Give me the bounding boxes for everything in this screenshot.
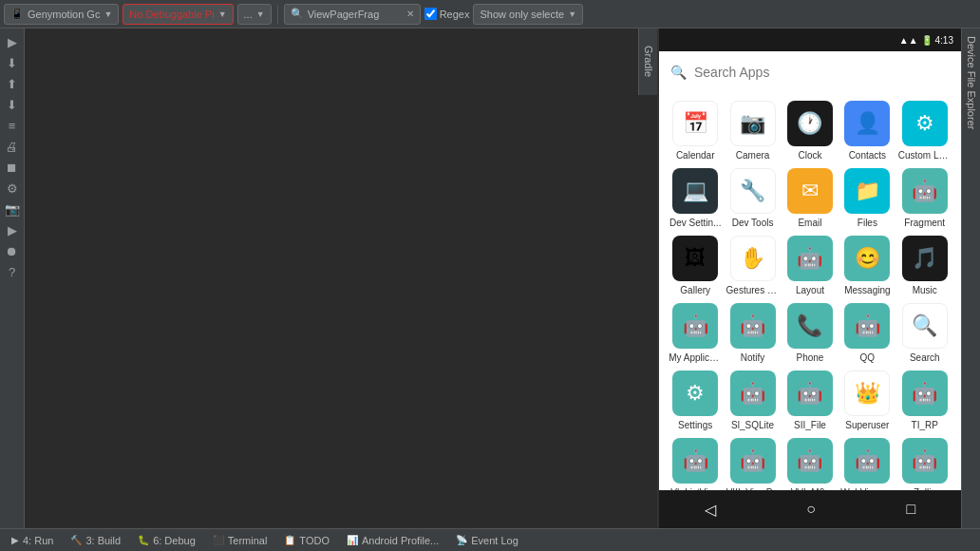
sidebar-icon-stop[interactable]: ⏹ — [3, 158, 22, 177]
search-field[interactable]: 🔍 ✕ — [284, 4, 421, 25]
app-icon: 🤖 — [672, 303, 718, 349]
sidebar-icon-print[interactable]: 🖨 — [3, 137, 22, 156]
regex-label: Regex — [440, 9, 470, 20]
sidebar-icon-list[interactable]: ≡ — [3, 116, 22, 135]
android-search-input[interactable] — [694, 65, 950, 80]
app-item[interactable]: 📞Phone — [783, 303, 837, 363]
app-item[interactable]: ⚙Custom Lo... — [898, 101, 952, 161]
app-item[interactable]: 🤖Layout — [783, 236, 837, 295]
app-icon: 🤖 — [730, 303, 776, 349]
android-nav-bar: ◁ ○ □ — [659, 490, 961, 528]
tab-icon: 🐛 — [138, 535, 149, 545]
app-icon: 🔍 — [902, 303, 948, 349]
bottom-tab[interactable]: ▶4: Run — [4, 531, 61, 550]
app-item[interactable]: 🤖Sl_SQLite — [726, 370, 780, 430]
app-item[interactable]: 🤖VIII_ViewP... — [726, 438, 780, 490]
app-item[interactable]: 🎵Music — [898, 236, 952, 295]
app-label: Camera — [726, 150, 780, 161]
status-icons: ▲▲ 🔋 4:13 — [899, 35, 953, 46]
regex-checkbox[interactable]: Regex — [424, 8, 470, 20]
android-search-bar[interactable]: 🔍 — [659, 51, 961, 93]
battery-icon: 🔋 — [921, 35, 933, 46]
app-item[interactable]: 🤖Zullis — [898, 438, 952, 490]
tab-label: 3: Build — [85, 535, 121, 546]
app-item[interactable]: 🤖Fragment — [898, 168, 952, 228]
app-item[interactable]: 🤖Notify — [726, 303, 780, 363]
sidebar-icon-down1[interactable]: ⬇ — [3, 53, 22, 72]
app-icon: ✉ — [787, 168, 833, 214]
more-dropdown[interactable]: ... ▼ — [237, 4, 272, 25]
bottom-tab[interactable]: 📊Android Profile... — [339, 531, 446, 550]
app-item[interactable]: 🤖WebView B... — [840, 438, 894, 490]
app-row: 🤖VI_ListView🤖VIII_ViewP...🤖VVI_M0s🤖WebVi… — [667, 438, 953, 490]
back-button[interactable]: ◁ — [697, 493, 724, 526]
close-icon[interactable]: ✕ — [406, 9, 414, 19]
sidebar-icon-settings[interactable]: ⚙ — [3, 179, 22, 198]
app-item[interactable]: ✉Email — [783, 168, 837, 228]
app-label: Dev Tools — [726, 218, 780, 228]
bottom-tab[interactable]: ⬛Terminal — [205, 531, 275, 550]
app-item[interactable]: 🤖VVI_M0s — [783, 438, 837, 490]
bottom-tab[interactable]: 📋TODO — [276, 531, 337, 550]
app-item[interactable]: 📷Camera — [726, 101, 780, 161]
tab-label: Event Log — [471, 535, 518, 546]
sidebar-icon-record[interactable]: ⏺ — [3, 241, 22, 260]
debug-dropdown[interactable]: No Debuggable Pi ▼ — [122, 4, 233, 25]
app-label: Notify — [726, 352, 780, 363]
device-file-explorer-tab[interactable]: Device File Explorer — [962, 28, 980, 137]
app-label: Search — [898, 352, 952, 363]
tab-icon: 📋 — [284, 535, 295, 545]
app-icon: 🤖 — [730, 438, 776, 484]
bottom-tab[interactable]: 📡Event Log — [448, 531, 526, 550]
app-item[interactable]: ✋Gestures B... — [726, 236, 780, 295]
sidebar-icon-run[interactable]: ▶ — [3, 32, 22, 51]
app-item[interactable]: 🕐Clock — [783, 101, 837, 161]
search-input[interactable] — [308, 9, 403, 20]
tab-label: Terminal — [228, 535, 268, 546]
app-item[interactable]: 🤖QQ — [840, 303, 894, 363]
sidebar-icon-camera[interactable]: 📷 — [3, 200, 22, 218]
device-icon: 📱 — [10, 8, 24, 20]
app-label: TI_RP — [898, 420, 952, 430]
app-label: Files — [840, 218, 894, 228]
app-icon: 🤖 — [672, 438, 718, 484]
app-item[interactable]: 🤖VI_ListView — [669, 438, 722, 490]
sidebar-icon-down2[interactable]: ⬇ — [3, 95, 22, 114]
sidebar-icon-help[interactable]: ? — [3, 262, 22, 281]
app-label: QQ — [840, 352, 894, 363]
tab-label: TODO — [299, 535, 330, 546]
app-item[interactable]: 🤖SII_File — [783, 370, 837, 430]
app-item[interactable]: 😊Messaging — [840, 236, 894, 295]
bottom-tab[interactable]: 🐛6: Debug — [130, 531, 203, 550]
left-sidebar: ▶ ⬇ ⬆ ⬇ ≡ 🖨 ⏹ ⚙ 📷 ▶ ⏺ ? — [0, 28, 25, 528]
app-icon: 📷 — [730, 101, 776, 146]
apps-grid: 📅Calendar📷Camera🕐Clock👤Contacts⚙Custom L… — [659, 93, 961, 490]
app-item[interactable]: 📁Files — [840, 168, 894, 228]
device-dropdown[interactable]: 📱 Genymotion Gc ▼ — [4, 4, 119, 25]
app-label: Phone — [783, 352, 837, 363]
center-area — [25, 28, 638, 528]
app-label: Fragment — [898, 218, 952, 228]
app-item[interactable]: 💻Dev Settin... — [669, 168, 722, 228]
app-item[interactable]: 🔍Search — [898, 303, 952, 363]
sidebar-icon-play2[interactable]: ▶ — [3, 220, 22, 239]
app-item[interactable]: 👤Contacts — [840, 101, 894, 161]
device-arrow-icon: ▼ — [104, 10, 112, 19]
gradle-tab[interactable]: Gradle — [638, 28, 657, 95]
app-icon: 📁 — [844, 168, 890, 214]
wifi-icon: ▲▲ — [899, 35, 918, 46]
bottom-tab[interactable]: 🔨3: Build — [63, 531, 128, 550]
app-item[interactable]: ⚙Settings — [669, 370, 722, 430]
app-item[interactable]: 🤖TI_RP — [898, 370, 952, 430]
show-selected-dropdown[interactable]: Show only selecte ▼ — [473, 4, 583, 25]
home-button[interactable]: ○ — [799, 493, 823, 525]
app-item[interactable]: 👑Superuser — [840, 370, 894, 430]
app-icon: 🖼 — [672, 236, 718, 281]
app-item[interactable]: 🔧Dev Tools — [726, 168, 780, 228]
sidebar-icon-up[interactable]: ⬆ — [3, 74, 22, 93]
app-label: Custom Lo... — [898, 150, 952, 161]
app-item[interactable]: 📅Calendar — [669, 101, 722, 161]
recents-button[interactable]: □ — [899, 493, 924, 525]
app-item[interactable]: 🖼Gallery — [669, 236, 722, 295]
app-item[interactable]: 🤖My Applica... — [669, 303, 722, 363]
